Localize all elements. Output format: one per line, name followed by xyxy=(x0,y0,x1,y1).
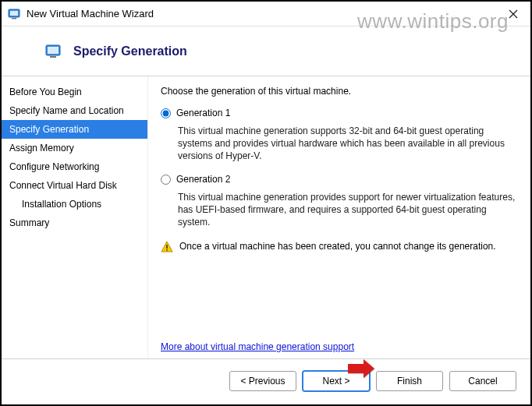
radio-generation-2[interactable] xyxy=(161,175,171,185)
more-info-link[interactable]: More about virtual machine generation su… xyxy=(161,341,354,352)
cancel-button[interactable]: Cancel xyxy=(449,371,516,391)
option-desc-1: This virtual machine generation supports… xyxy=(178,125,516,163)
warning-row: Once a virtual machine has been created,… xyxy=(161,241,516,253)
svg-rect-7 xyxy=(50,56,56,58)
svg-rect-6 xyxy=(48,47,59,54)
sidebar-item-specify-name[interactable]: Specify Name and Location xyxy=(2,101,147,120)
prompt-text: Choose the generation of this virtual ma… xyxy=(161,86,516,97)
step-sidebar: Before You Begin Specify Name and Locati… xyxy=(2,76,148,358)
sidebar-item-summary[interactable]: Summary xyxy=(2,214,147,232)
body: Before You Begin Specify Name and Locati… xyxy=(2,76,530,358)
option-desc-2: This virtual machine generation provides… xyxy=(178,191,516,229)
wizard-window: New Virtual Machine Wizard www.wintips.o… xyxy=(0,0,532,406)
window-title: New Virtual Machine Wizard xyxy=(27,8,502,19)
sidebar-item-assign-memory[interactable]: Assign Memory xyxy=(2,139,147,157)
close-button[interactable] xyxy=(502,3,524,25)
page-header: Specify Generation xyxy=(2,26,530,76)
option-label: Generation 2 xyxy=(176,174,230,185)
option-label: Generation 1 xyxy=(176,108,230,118)
sidebar-item-specify-generation[interactable]: Specify Generation xyxy=(2,120,147,139)
help-link-row: More about virtual machine generation su… xyxy=(161,332,516,352)
footer: < Previous Next > Finish Cancel xyxy=(2,358,530,402)
content-pane: Choose the generation of this virtual ma… xyxy=(148,76,530,358)
app-icon xyxy=(8,8,20,20)
monitor-icon xyxy=(45,44,61,59)
svg-rect-10 xyxy=(166,249,168,251)
sidebar-item-installation-options[interactable]: Installation Options xyxy=(2,195,147,214)
page-title: Specify Generation xyxy=(73,44,187,58)
option-generation-2[interactable]: Generation 2 xyxy=(161,174,516,185)
sidebar-item-configure-networking[interactable]: Configure Networking xyxy=(2,157,147,176)
warning-text: Once a virtual machine has been created,… xyxy=(179,241,496,252)
sidebar-item-connect-vhd[interactable]: Connect Virtual Hard Disk xyxy=(2,176,147,195)
finish-button[interactable]: Finish xyxy=(376,371,443,391)
radio-generation-1[interactable] xyxy=(161,108,171,118)
previous-button[interactable]: < Previous xyxy=(229,371,296,391)
svg-rect-1 xyxy=(10,11,18,16)
svg-rect-9 xyxy=(166,245,168,249)
next-button[interactable]: Next > xyxy=(303,371,370,391)
sidebar-item-before-you-begin[interactable]: Before You Begin xyxy=(2,83,147,101)
option-generation-1[interactable]: Generation 1 xyxy=(161,108,516,118)
titlebar: New Virtual Machine Wizard xyxy=(2,2,530,26)
warning-icon xyxy=(161,241,173,253)
svg-rect-2 xyxy=(12,18,16,19)
close-icon xyxy=(509,9,518,19)
